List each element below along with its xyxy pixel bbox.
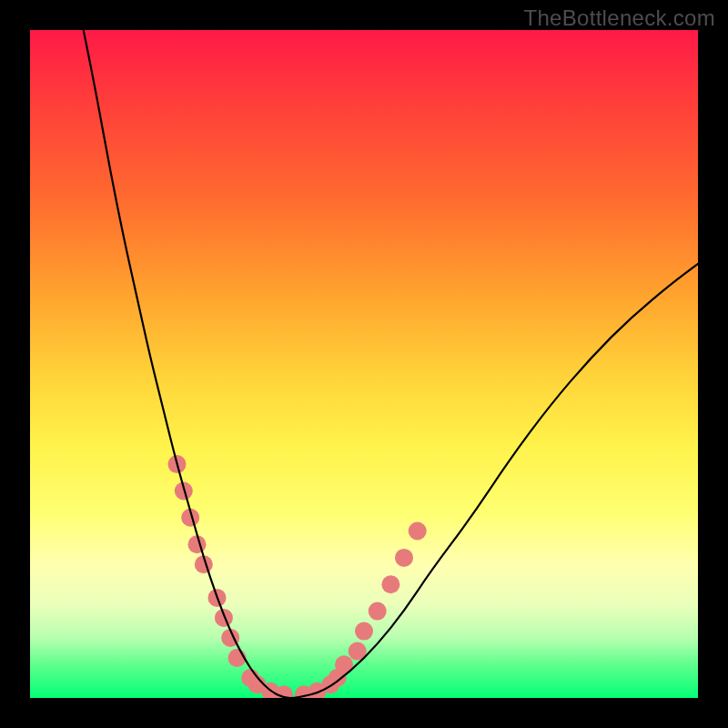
highlight-dot xyxy=(369,602,387,621)
bottleneck-curve xyxy=(84,30,698,698)
chart-overlay xyxy=(30,30,698,698)
highlight-dots xyxy=(168,455,427,698)
highlight-dot xyxy=(381,575,399,593)
watermark-label: TheBottleneck.com xyxy=(523,5,715,31)
chart-frame: TheBottleneck.com xyxy=(0,0,728,728)
plot-area xyxy=(30,30,698,698)
highlight-dot xyxy=(395,549,413,567)
highlight-dot xyxy=(355,622,373,641)
highlight-dot xyxy=(215,609,233,627)
highlight-dot xyxy=(409,522,427,541)
